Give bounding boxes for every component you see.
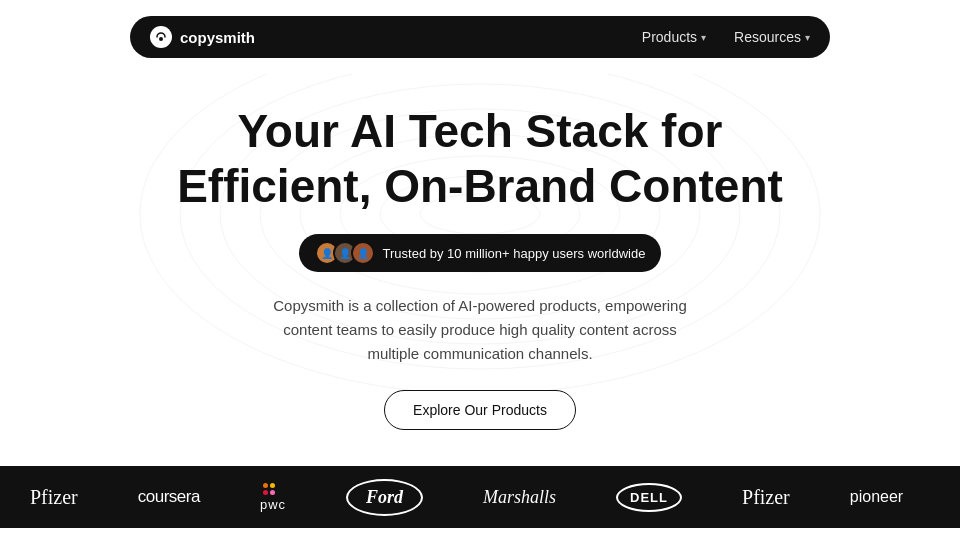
brand-pwc: pwc: [230, 466, 316, 528]
logo-icon: [150, 26, 172, 48]
brand-pfizer-2: Pfizer: [712, 466, 820, 528]
content-creation-section: Content Creation, Simplified Copysmith's…: [0, 528, 960, 540]
nav-links: Products ▾ Resources ▾: [642, 29, 810, 45]
explore-products-button[interactable]: Explore Our Products: [384, 390, 576, 430]
brand-co: Co: [933, 466, 960, 528]
logo-text: copysmith: [180, 29, 255, 46]
chevron-down-icon: ▾: [805, 32, 810, 43]
nav-resources[interactable]: Resources ▾: [734, 29, 810, 45]
logo-strip: Pfizer coursera pwc Ford Marshalls DELL: [0, 466, 960, 528]
hero-headline: Your AI Tech Stack for Efficient, On-Bra…: [20, 104, 940, 214]
brand-marshalls: Marshalls: [453, 466, 586, 528]
hero-section: Your AI Tech Stack for Efficient, On-Bra…: [0, 74, 960, 430]
trust-badge: 👤 👤 👤 Trusted by 10 million+ happy users…: [299, 234, 662, 272]
logo[interactable]: copysmith: [150, 26, 255, 48]
chevron-down-icon: ▾: [701, 32, 706, 43]
brand-coursera: coursera: [108, 466, 230, 528]
trust-text: Trusted by 10 million+ happy users world…: [383, 246, 646, 261]
navbar: copysmith Products ▾ Resources ▾: [130, 16, 830, 58]
brand-dell: DELL: [586, 466, 712, 528]
avatar-group: 👤 👤 👤: [315, 241, 375, 265]
logo-strip-inner: Pfizer coursera pwc Ford Marshalls DELL: [0, 466, 960, 528]
brand-ford: Ford: [316, 466, 453, 528]
hero-description: Copysmith is a collection of AI-powered …: [270, 294, 690, 366]
brand-pioneer: pioneer: [820, 466, 933, 528]
brand-pfizer: Pfizer: [0, 466, 108, 528]
svg-point-0: [159, 37, 163, 41]
avatar: 👤: [351, 241, 375, 265]
nav-products[interactable]: Products ▾: [642, 29, 706, 45]
